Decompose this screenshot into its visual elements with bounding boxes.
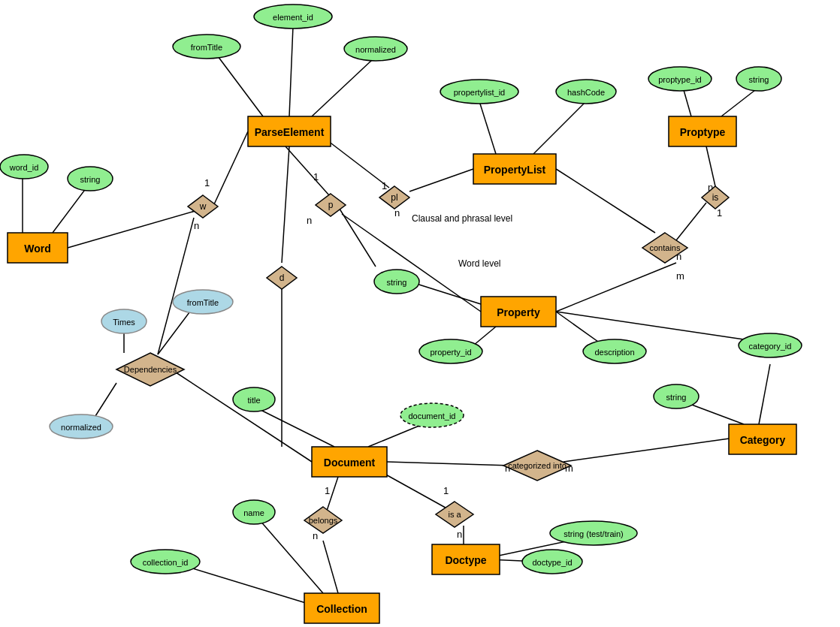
svg-line-26: [158, 218, 194, 354]
svg-line-43: [282, 146, 289, 263]
entity-category-label: Category: [740, 434, 786, 446]
attr-string-test-train-label: string (test/train): [564, 529, 623, 538]
svg-text:1: 1: [443, 485, 449, 496]
relationship-belongs-label: belongs: [309, 516, 338, 525]
svg-line-31: [259, 409, 334, 447]
svg-line-1: [214, 131, 248, 204]
svg-line-20: [759, 364, 770, 424]
svg-line-30: [169, 368, 312, 462]
entity-word-label: Word: [24, 243, 51, 255]
attr-category-id-label: category_id: [749, 342, 792, 351]
attr-title-label: title: [247, 396, 260, 405]
svg-line-12: [721, 90, 755, 116]
attr-property-id-label: property_id: [430, 348, 471, 357]
attr-propertylist-id-label: propertylist_id: [454, 88, 505, 97]
svg-line-8: [479, 101, 496, 154]
attr-element-id-label: element_id: [273, 13, 313, 22]
svg-text:1: 1: [313, 171, 319, 182]
word-level-label: Word level: [458, 258, 500, 269]
attr-string-proptype-label: string: [749, 75, 769, 84]
attr-times-label: Times: [113, 318, 135, 327]
entity-collection-label: Collection: [316, 603, 367, 615]
entity-parseelement-label: ParseElement: [255, 126, 325, 138]
attr-fromtitle-top-label: fromTitle: [191, 43, 222, 52]
entity-property-label: Property: [497, 306, 540, 318]
svg-line-9: [533, 101, 586, 154]
svg-line-29: [158, 306, 194, 354]
svg-line-7: [409, 169, 473, 191]
svg-text:n: n: [194, 220, 199, 231]
attr-string-property-label: string: [387, 278, 407, 287]
relationship-categorized-into-label: categorized into: [508, 461, 567, 470]
svg-line-37: [180, 565, 323, 608]
svg-line-10: [556, 169, 655, 233]
attr-collection-id-label: collection_id: [143, 558, 189, 567]
attr-normalized-top-label: normalized: [355, 45, 396, 54]
svg-text:n: n: [457, 529, 462, 540]
svg-line-34: [564, 437, 740, 462]
svg-line-39: [383, 473, 451, 511]
relationship-p-label: p: [328, 200, 334, 210]
relationship-d-label: d: [279, 273, 285, 283]
attr-document-id-label: document_id: [409, 411, 456, 421]
svg-line-5: [218, 56, 263, 116]
svg-line-25: [53, 188, 86, 233]
svg-line-11: [684, 90, 691, 116]
svg-text:n: n: [394, 207, 400, 219]
svg-text:m: m: [676, 270, 684, 282]
svg-text:n: n: [307, 215, 312, 226]
svg-line-0: [68, 209, 203, 248]
svg-line-36: [323, 541, 338, 593]
attr-string-word-label: string: [80, 175, 101, 184]
relationship-contains-label: contains: [650, 243, 681, 252]
svg-text:1: 1: [325, 485, 330, 496]
svg-line-14: [676, 203, 706, 240]
attr-string-category-label: string: [666, 393, 687, 402]
relationship-pl-label: pl: [391, 192, 397, 203]
svg-line-33: [387, 462, 511, 466]
relationship-is-label: is: [712, 192, 719, 203]
svg-line-13: [706, 146, 715, 186]
svg-line-4: [289, 26, 293, 116]
attr-word-id-label: word_id: [9, 163, 39, 172]
clausal-level-label: Clausal and phrasal level: [412, 213, 512, 224]
attr-proptype-id-label: proptype_id: [658, 75, 702, 84]
svg-line-2: [286, 146, 329, 195]
relationship-dependencies-label: Dependencies: [124, 365, 177, 374]
attr-doctype-id-label: doctype_id: [532, 558, 572, 567]
entity-document-label: Document: [324, 457, 376, 469]
entity-doctype-label: Doctype: [445, 554, 486, 566]
svg-text:n: n: [313, 530, 318, 541]
svg-text:1: 1: [382, 180, 387, 191]
svg-line-19: [556, 312, 759, 342]
er-diagram: 1 n 1 n n m n 1 n m 1 n 1 n 1 n Word lev…: [0, 0, 840, 627]
svg-line-6: [312, 60, 372, 116]
svg-line-16: [409, 282, 481, 304]
svg-line-15: [556, 263, 676, 312]
relationship-w-label: w: [199, 201, 207, 212]
svg-text:1: 1: [717, 207, 722, 219]
entity-propertylist-label: PropertyList: [484, 164, 546, 176]
attr-hashcode-label: hashCode: [567, 88, 605, 97]
relationship-is-a-label: is a: [448, 510, 461, 519]
attr-description-label: description: [594, 348, 634, 357]
entity-proptype-label: Proptype: [680, 126, 726, 138]
attr-fromtitle-dep-label: fromTitle: [187, 298, 219, 307]
svg-text:1: 1: [204, 177, 210, 188]
attr-name-label: name: [243, 508, 264, 517]
attr-normalized-dep-label: normalized: [61, 423, 101, 432]
diagram-svg: 1 n 1 n n m n 1 n m 1 n 1 n 1 n Word lev…: [0, 0, 840, 627]
